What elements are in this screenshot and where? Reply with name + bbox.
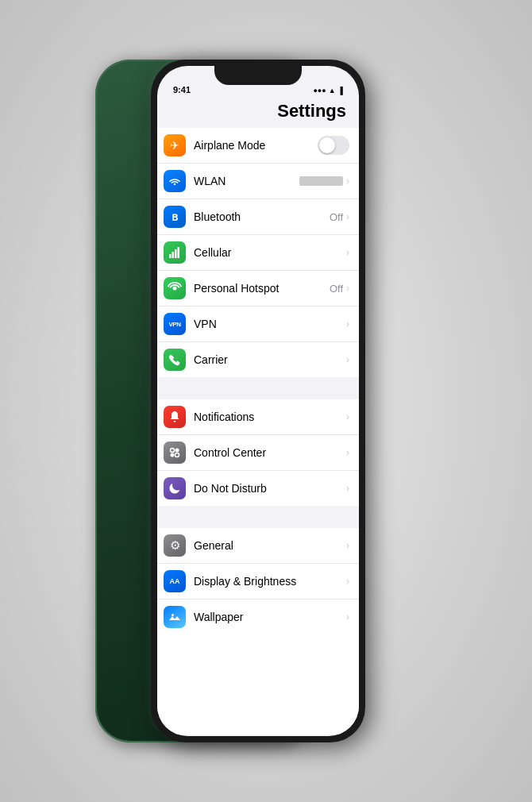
bluetooth-label: Bluetooth: [194, 210, 330, 223]
do-not-disturb-label: Do Not Disturb: [194, 482, 346, 495]
settings-item-control-center[interactable]: Control Center ›: [157, 435, 359, 471]
phone-screen: 9:41 ●●● ▲ ▐ Settings Airplane Mode: [157, 66, 359, 736]
carrier-chevron: ›: [346, 354, 349, 365]
wlan-icon: [164, 170, 186, 192]
nav-title: Settings: [157, 98, 359, 128]
settings-item-display-brightness[interactable]: AA Display & Brightness ›: [157, 564, 359, 600]
cellular-chevron: ›: [346, 247, 349, 258]
wallpaper-symbol: [168, 611, 181, 623]
settings-item-personal-hotspot[interactable]: Personal Hotspot Off ›: [157, 271, 359, 307]
notch: [214, 66, 302, 85]
bluetooth-icon: ʙ: [164, 206, 186, 228]
wlan-label: WLAN: [194, 175, 299, 187]
svg-rect-1: [172, 252, 175, 258]
do-not-disturb-icon: [164, 477, 186, 499]
wallpaper-label: Wallpaper: [194, 611, 346, 623]
wifi-symbol: [168, 176, 181, 186]
display-brightness-icon: AA: [164, 570, 186, 592]
general-chevron: ›: [346, 540, 349, 551]
svg-rect-0: [169, 254, 172, 258]
section-divider-2: [157, 506, 359, 528]
vpn-chevron: ›: [346, 318, 349, 330]
settings-item-airplane-mode[interactable]: Airplane Mode: [157, 128, 359, 164]
wallpaper-icon: [164, 606, 186, 628]
settings-item-cellular[interactable]: Cellular ›: [157, 235, 359, 271]
svg-point-5: [171, 449, 175, 453]
settings-group-alerts: Notifications › Control Center ›: [157, 399, 359, 506]
settings-item-wallpaper[interactable]: Wallpaper ›: [157, 600, 359, 634]
bluetooth-value: Off: [330, 211, 343, 223]
hotspot-icon: [164, 277, 186, 299]
cellular-symbol: [168, 246, 181, 259]
airplane-mode-toggle[interactable]: [318, 136, 349, 155]
settings-group-connectivity: Airplane Mode WLAN Priva: [157, 128, 359, 377]
settings-item-vpn[interactable]: VPN VPN ›: [157, 307, 359, 342]
wlan-value: Private Life: [299, 176, 343, 186]
gear-symbol: [170, 538, 180, 553]
battery-icon: ▐: [338, 87, 343, 94]
settings-item-bluetooth[interactable]: ʙ Bluetooth Off ›: [157, 199, 359, 235]
settings-item-notifications[interactable]: Notifications ›: [157, 399, 359, 435]
settings-item-do-not-disturb[interactable]: Do Not Disturb ›: [157, 471, 359, 506]
control-center-symbol: [168, 446, 181, 459]
status-icons: ●●● ▲ ▐: [313, 87, 343, 94]
vpn-icon: VPN: [164, 313, 186, 335]
cellular-label: Cellular: [194, 246, 346, 259]
svg-rect-2: [175, 249, 177, 258]
signal-icon: ●●●: [313, 87, 326, 94]
aa-symbol: AA: [170, 577, 180, 585]
notifications-chevron: ›: [346, 411, 349, 422]
vpn-symbol: VPN: [169, 321, 181, 328]
carrier-label: Carrier: [194, 353, 346, 366]
control-center-icon: [164, 441, 186, 464]
wlan-chevron: ›: [346, 175, 349, 187]
wallpaper-chevron: ›: [346, 611, 349, 623]
hotspot-symbol: [168, 281, 182, 295]
control-center-label: Control Center: [194, 446, 346, 459]
svg-point-7: [171, 453, 175, 457]
do-not-disturb-chevron: ›: [346, 483, 349, 494]
svg-rect-3: [178, 247, 180, 258]
airplane-mode-icon: [164, 134, 186, 156]
hotspot-value: Off: [330, 283, 343, 295]
svg-point-6: [175, 449, 179, 453]
svg-point-8: [175, 453, 179, 457]
airplane-mode-label: Airplane Mode: [194, 139, 314, 152]
airplane-symbol: [170, 138, 179, 152]
notifications-label: Notifications: [194, 411, 346, 423]
settings-item-carrier[interactable]: Carrier ›: [157, 342, 359, 377]
wifi-status-icon: ▲: [329, 87, 336, 94]
moon-symbol: [168, 482, 181, 495]
status-time: 9:41: [173, 85, 191, 94]
control-center-chevron: ›: [346, 447, 349, 458]
toggle-thumb: [319, 137, 335, 153]
general-icon: [164, 534, 186, 557]
settings-item-wlan[interactable]: WLAN Private Life ›: [157, 164, 359, 199]
settings-group-general: General › AA Display & Brightness ›: [157, 528, 359, 634]
settings-list[interactable]: Airplane Mode WLAN Priva: [157, 128, 359, 735]
display-brightness-label: Display & Brightness: [194, 575, 346, 588]
svg-point-9: [172, 614, 174, 616]
section-divider-1: [157, 377, 359, 399]
phone-front: 9:41 ●●● ▲ ▐ Settings Airplane Mode: [151, 60, 365, 742]
vpn-label: VPN: [194, 318, 346, 330]
display-brightness-chevron: ›: [346, 576, 349, 587]
general-label: General: [194, 539, 346, 552]
notifications-symbol: [168, 411, 181, 423]
carrier-icon: [164, 349, 186, 371]
hotspot-chevron: ›: [346, 283, 349, 294]
phone-symbol: [168, 353, 181, 366]
notifications-icon: [164, 406, 186, 428]
hotspot-label: Personal Hotspot: [194, 282, 330, 295]
bluetooth-chevron: ›: [346, 211, 349, 222]
settings-item-general[interactable]: General ›: [157, 528, 359, 564]
cellular-icon: [164, 241, 186, 264]
bluetooth-symbol: ʙ: [172, 210, 178, 223]
svg-point-4: [173, 287, 177, 291]
